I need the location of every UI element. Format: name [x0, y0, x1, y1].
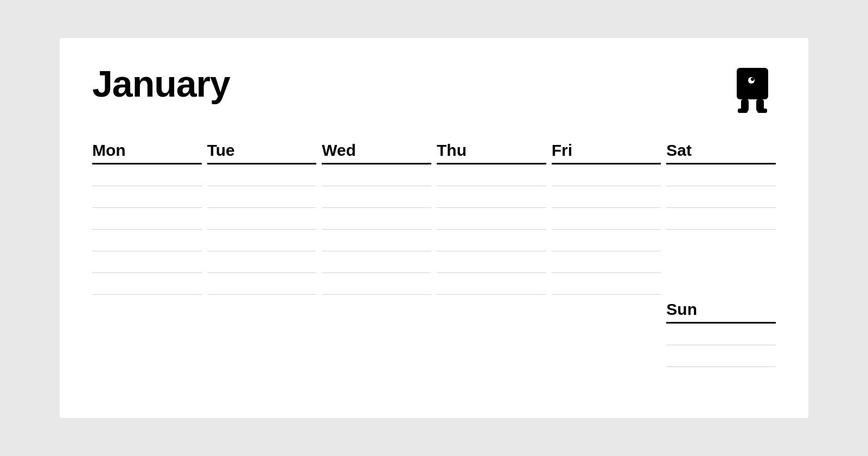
col-header-wed: Wed	[322, 141, 431, 164]
row-line	[322, 230, 431, 251]
row-line	[666, 208, 776, 230]
row-line	[437, 251, 546, 273]
col-tue: Tue	[207, 141, 317, 367]
row-line	[552, 186, 661, 208]
col-mon: Mon	[92, 141, 202, 367]
row-line	[437, 230, 546, 251]
day-label-thu: Thu	[437, 141, 467, 159]
row-line	[92, 273, 202, 295]
row-line	[207, 251, 317, 273]
row-line	[322, 208, 431, 230]
row-line	[207, 208, 317, 230]
day-label-wed: Wed	[322, 141, 356, 159]
row-line	[666, 186, 776, 208]
row-line	[552, 273, 661, 295]
row-line	[207, 164, 317, 186]
row-line	[552, 230, 661, 251]
row-line	[552, 251, 661, 273]
row-line	[437, 164, 546, 186]
calendar-card: January Mon	[60, 38, 808, 418]
day-label-tue: Tue	[207, 141, 235, 159]
row-line	[437, 208, 546, 230]
day-label-fri: Fri	[552, 141, 572, 159]
monster-icon	[732, 65, 776, 114]
svg-rect-6	[757, 109, 767, 113]
col-header-tue: Tue	[207, 141, 317, 164]
day-label-sat: Sat	[666, 141, 692, 159]
col-sat-sun: Sat Sun	[666, 141, 776, 367]
row-line	[322, 251, 431, 273]
row-line	[552, 164, 661, 186]
row-line	[666, 164, 776, 186]
row-line	[666, 345, 776, 367]
col-header-thu: Thu	[437, 141, 546, 164]
row-line	[92, 208, 202, 230]
row-line	[92, 230, 202, 251]
calendar-header: January	[92, 65, 776, 114]
day-label-sun: Sun	[666, 300, 697, 318]
row-line	[437, 186, 546, 208]
svg-rect-5	[738, 109, 748, 113]
month-title: January	[92, 65, 230, 102]
col-fri: Fri	[552, 141, 661, 367]
row-line	[92, 251, 202, 273]
row-line	[322, 164, 431, 186]
calendar-body: Mon Tue Wed	[92, 141, 776, 367]
row-line	[552, 208, 661, 230]
col-header-fri: Fri	[552, 141, 661, 164]
svg-rect-0	[737, 68, 768, 99]
row-line	[207, 273, 317, 295]
row-line	[92, 186, 202, 208]
col-thu: Thu	[437, 141, 546, 367]
col-header-sat: Sat	[666, 141, 776, 164]
svg-point-2	[751, 78, 754, 81]
col-header-mon: Mon	[92, 141, 202, 164]
col-wed: Wed	[322, 141, 431, 367]
row-line	[322, 273, 431, 295]
row-line	[437, 273, 546, 295]
row-line	[92, 164, 202, 186]
row-line	[207, 230, 317, 251]
day-label-mon: Mon	[92, 141, 126, 159]
row-line	[322, 186, 431, 208]
row-line	[666, 324, 776, 345]
row-line	[207, 186, 317, 208]
col-header-sun: Sun	[666, 300, 776, 324]
